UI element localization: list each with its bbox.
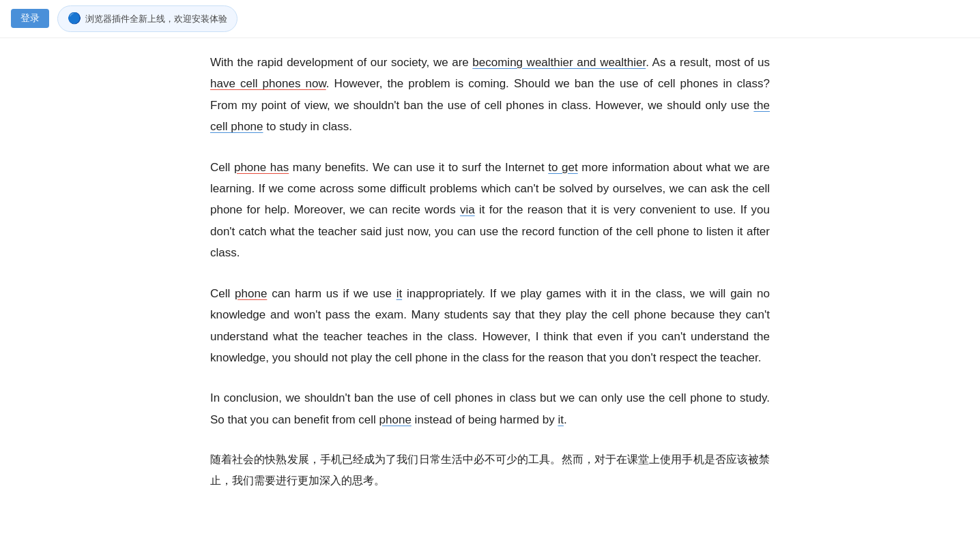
paragraph-2: Cell phone has many benefits. We can use… (210, 157, 770, 264)
para4-text3: . (564, 413, 567, 426)
para2-text1: Cell (210, 161, 234, 174)
para1-text2: . As a result, most of us (646, 56, 770, 69)
plugin-notice[interactable]: 🔵 浏览器插件全新上线，欢迎安装体验 (57, 5, 237, 32)
paragraph-1: With the rapid development of our societ… (210, 52, 770, 138)
para4-highlight1: phone (379, 413, 412, 426)
para2-highlight1: phone has (234, 161, 289, 174)
para1-text4: to study in class. (263, 120, 352, 133)
plugin-icon: 🔵 (68, 9, 81, 29)
para1-highlight1: becoming wealthier and wealthier (472, 56, 646, 69)
para2-highlight3: via (460, 203, 475, 216)
para3-text1: Cell (210, 287, 235, 300)
login-button[interactable]: 登录 (11, 9, 49, 28)
paragraph-4: In conclusion, we shouldn't ban the use … (210, 387, 770, 430)
para3-text2: can harm us if we use (267, 287, 396, 300)
para2-highlight2: to get (548, 161, 577, 174)
topbar: 登录 🔵 浏览器插件全新上线，欢迎安装体验 (0, 0, 980, 38)
para3-highlight2: it (397, 287, 403, 300)
para2-text2: many benefits. We can use it to surf the… (289, 161, 548, 174)
para4-text2: instead of being harmed by (412, 413, 558, 426)
paragraph-3: Cell phone can harm us if we use it inap… (210, 283, 770, 369)
paragraph-5-chinese: 随着社会的快熟发展，手机已经成为了我们日常生活中必不可少的工具。然而，对于在课堂… (210, 449, 770, 491)
plugin-notice-text: 浏览器插件全新上线，欢迎安装体验 (85, 11, 227, 27)
para1-highlight2: have cell phones now (210, 77, 326, 90)
para4-highlight2: it (558, 413, 564, 426)
main-content: With the rapid development of our societ… (183, 38, 797, 532)
para1-text1: With the rapid development of our societ… (210, 56, 472, 69)
para3-highlight1: phone (235, 287, 267, 300)
